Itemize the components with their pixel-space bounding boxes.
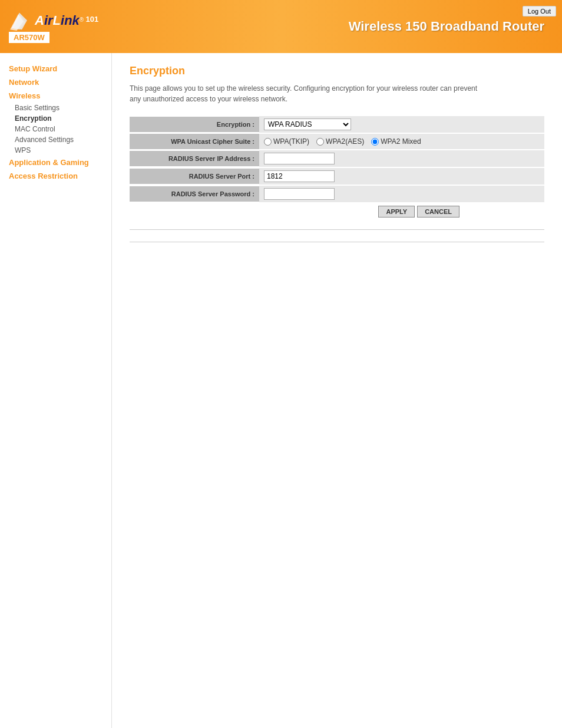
encryption-field: None WEP WPA Pre-Shared Key WPA RADIUS W… <box>259 116 544 133</box>
radius-port-row: RADIUS Server Port : <box>130 168 544 185</box>
radius-port-label: RADIUS Server Port : <box>130 169 259 184</box>
bottom-divider-1 <box>130 229 544 230</box>
page-title: Encryption <box>130 65 544 77</box>
cipher-mixed-text: WPA2 Mixed <box>381 137 421 146</box>
content-area: Encryption This page allows you to set u… <box>112 53 562 728</box>
cipher-tkip-text: WPA(TKIP) <box>273 137 309 146</box>
sidebar-item-wireless[interactable]: Wireless <box>0 89 111 103</box>
sidebar-item-encryption[interactable]: Encryption <box>0 113 111 124</box>
header-title: Wireless 150 Broadband Router <box>349 19 544 34</box>
cipher-suite-field: WPA(TKIP) WPA2(AES) WPA2 Mixed <box>259 134 544 149</box>
cipher-mixed-radio[interactable] <box>371 138 379 146</box>
encryption-label: Encryption : <box>130 117 259 132</box>
encryption-row: Encryption : None WEP WPA Pre-Shared Key… <box>130 116 544 133</box>
cipher-suite-row: WPA Unicast Cipher Suite : WPA(TKIP) WPA… <box>130 134 544 149</box>
radius-ip-field <box>259 150 544 167</box>
radius-pass-row: RADIUS Server Password : <box>130 186 544 202</box>
main-layout: Setup Wizard Network Wireless Basic Sett… <box>0 53 562 728</box>
model-name: AR570W <box>9 32 49 43</box>
logo-container: AirLink® 101 AR570W <box>9 10 98 43</box>
sidebar-item-basic-settings[interactable]: Basic Settings <box>0 103 111 113</box>
brand-101: 101 <box>86 15 99 24</box>
brand-air: A <box>35 13 44 28</box>
encryption-select[interactable]: None WEP WPA Pre-Shared Key WPA RADIUS W… <box>264 118 351 130</box>
radius-pass-input[interactable] <box>264 188 335 200</box>
brand-text: AirLink® 101 <box>35 13 98 28</box>
sidebar-item-access-restriction[interactable]: Access Restriction <box>0 169 111 183</box>
sidebar-item-setup-wizard[interactable]: Setup Wizard <box>0 62 111 75</box>
cipher-suite-label: WPA Unicast Cipher Suite : <box>130 134 259 149</box>
cipher-aes-text: WPA2(AES) <box>326 137 364 146</box>
brand-link: ir <box>44 13 53 28</box>
radius-ip-label: RADIUS Server IP Address : <box>130 151 259 166</box>
logo-wing-icon <box>9 10 32 31</box>
sidebar-item-application-gaming[interactable]: Application & Gaming <box>0 156 111 169</box>
cipher-aes-label[interactable]: WPA2(AES) <box>316 137 364 146</box>
cancel-button[interactable]: CANCEL <box>417 206 459 218</box>
radius-port-input[interactable] <box>264 170 335 182</box>
sidebar-item-wps[interactable]: WPS <box>0 145 111 156</box>
bottom-divider-2 <box>130 242 544 242</box>
cipher-aes-radio[interactable] <box>316 138 324 146</box>
cipher-tkip-label[interactable]: WPA(TKIP) <box>264 137 309 146</box>
cipher-mixed-label[interactable]: WPA2 Mixed <box>371 137 421 146</box>
logout-button[interactable]: Log Out <box>523 6 556 17</box>
logo-image: AirLink® 101 <box>9 10 98 31</box>
sidebar-item-advanced-settings[interactable]: Advanced Settings <box>0 134 111 145</box>
radius-port-field <box>259 168 544 185</box>
apply-button[interactable]: APPLY <box>378 206 415 218</box>
cipher-tkip-radio[interactable] <box>264 138 272 146</box>
cipher-radio-group: WPA(TKIP) WPA2(AES) WPA2 Mixed <box>264 137 421 146</box>
radius-ip-input[interactable] <box>264 153 335 164</box>
sidebar-item-network[interactable]: Network <box>0 75 111 89</box>
page-description: This page allows you to set up the wirel… <box>130 83 483 104</box>
radius-ip-row: RADIUS Server IP Address : <box>130 150 544 167</box>
radius-pass-field <box>259 186 544 202</box>
action-row: APPLY CANCEL <box>130 206 459 218</box>
header: Log Out AirLink® 101 AR570W Wireless 150… <box>0 0 562 53</box>
radius-pass-label: RADIUS Server Password : <box>130 186 259 202</box>
sidebar: Setup Wizard Network Wireless Basic Sett… <box>0 53 112 728</box>
sidebar-item-mac-control[interactable]: MAC Control <box>0 124 111 134</box>
